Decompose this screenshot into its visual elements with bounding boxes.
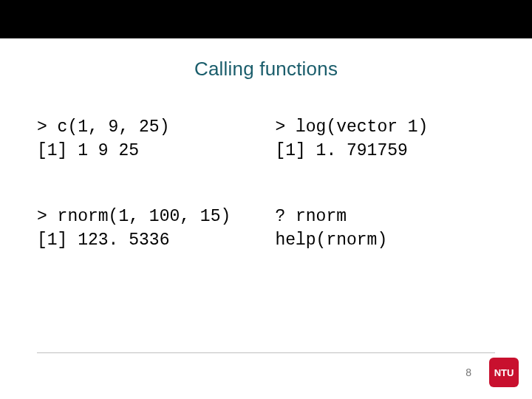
code-line: ? rnorm — [275, 205, 495, 229]
code-line: [1] 1 9 25 — [37, 140, 275, 163]
code-line: [1] 123. 5336 — [37, 229, 275, 253]
cell-top-left: > c(1, 9, 25) [1] 1 9 25 — [37, 116, 275, 163]
cell-bottom-left: > rnorm(1, 100, 15) [1] 123. 5336 — [37, 205, 275, 252]
code-line: > c(1, 9, 25) — [37, 116, 275, 140]
top-black-band — [0, 0, 532, 38]
code-line: > log(vector 1) — [275, 116, 495, 140]
slide-title: Calling functions — [0, 58, 532, 81]
footer-divider — [37, 352, 495, 353]
page-number: 8 — [466, 366, 471, 378]
ntu-logo-icon: NTU — [489, 358, 519, 387]
row-1: > c(1, 9, 25) [1] 1 9 25 > log(vector 1)… — [37, 116, 495, 163]
cell-bottom-right: ? rnorm help(rnorm) — [275, 205, 495, 252]
cell-top-right: > log(vector 1) [1] 1. 791759 — [275, 116, 495, 163]
row-2: > rnorm(1, 100, 15) [1] 123. 5336 ? rnor… — [37, 205, 495, 252]
code-line: > rnorm(1, 100, 15) — [37, 205, 275, 229]
code-line: [1] 1. 791759 — [275, 140, 495, 163]
svg-text:NTU: NTU — [494, 367, 514, 378]
content-area: > c(1, 9, 25) [1] 1 9 25 > log(vector 1)… — [0, 116, 532, 253]
code-line: help(rnorm) — [275, 229, 495, 253]
